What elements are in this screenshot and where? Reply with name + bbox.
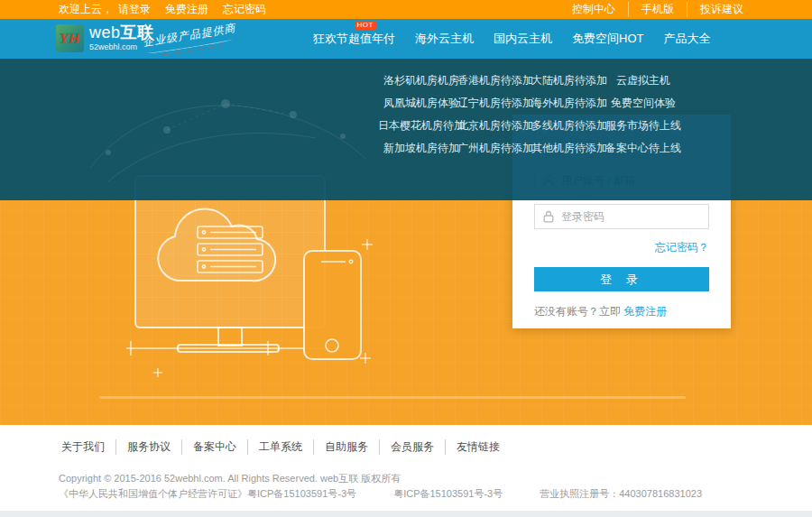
- forgot-password-link[interactable]: 忘记密码: [223, 2, 266, 17]
- nav-menu: HOT 狂欢节超值年付 海外云主机 国内云主机 免费空间HOT 产品大全: [303, 19, 720, 59]
- dropdown-column-la: 洛杉矶机房机房 凤凰城机房体验 日本樱花机房待加 新加坡机房待加: [384, 69, 458, 160]
- icp-license-2: 粤ICP备15103591号-3号: [393, 488, 503, 499]
- network-plexus-decoration: [81, 82, 370, 186]
- nav-item-label: 免费空间HOT: [572, 31, 643, 47]
- register-row: 还没有账号？立即 免费注册: [534, 304, 709, 319]
- dropdown-link[interactable]: 海外机房待添加: [531, 92, 607, 115]
- mega-dropdown: 洛杉矶机房机房 凤凰城机房体验 日本樱花机房待加 新加坡机房待加 香港机房待添加…: [0, 59, 812, 200]
- nav-item-label: 狂欢节超值年付: [313, 31, 395, 47]
- dropdown-link[interactable]: 备案中心待上线: [605, 137, 681, 160]
- login-button[interactable]: 登 录: [534, 267, 709, 291]
- nav-item-overseas-cloud[interactable]: 海外云主机: [405, 19, 484, 59]
- slogan-stamp: 企业级产品提供商: [142, 21, 236, 51]
- login-link[interactable]: 请登录: [118, 2, 151, 17]
- footer-links: 关于我们 服务协议 备案中心 工单系统 自助服务 会员服务 友情链接: [61, 439, 511, 455]
- free-register-link[interactable]: 免费注册: [623, 305, 667, 318]
- hot-badge: HOT: [355, 21, 376, 30]
- business-license: 营业执照注册号：440307816831023: [540, 488, 702, 499]
- dropdown-link[interactable]: 日本樱花机房待加: [378, 115, 465, 137]
- topbar-right: 控制中心 手机版 投诉建议: [559, 0, 756, 19]
- dropdown-link[interactable]: 洛杉矶机房机房: [383, 69, 459, 92]
- dropdown-link[interactable]: 服务市场待上线: [605, 115, 681, 137]
- nav-item-label: 海外云主机: [415, 31, 474, 47]
- password-field-wrap: [534, 204, 709, 229]
- main-navbar: YH web互联 52webhl.com 企业级产品提供商 HOT 狂欢节超值年…: [0, 19, 812, 59]
- lock-icon: [542, 210, 555, 223]
- cloud-server-illustration: [122, 174, 392, 400]
- brand-prefix: web: [89, 23, 121, 42]
- dropdown-link[interactable]: 凤凰城机房体验: [383, 92, 459, 115]
- hero-banner: 忘记密码？ 登 录 还没有账号？立即 免费注册: [0, 59, 812, 425]
- dropdown-column-hk: 香港机房待添加 辽宁机房待添加 北京机房待添加 广州机房待添加: [458, 69, 532, 160]
- footer-link-member[interactable]: 会员服务: [379, 439, 445, 455]
- footer-link-selfservice[interactable]: 自助服务: [313, 439, 379, 455]
- dropdown-link[interactable]: 广州机房待添加: [457, 137, 533, 160]
- welcome-text: 欢迎上云，: [59, 2, 113, 17]
- dropdown-link[interactable]: 辽宁机房待添加: [457, 92, 533, 115]
- dropdown-link[interactable]: 多线机房待添加: [531, 115, 607, 137]
- register-hint: 还没有账号？立即: [534, 305, 623, 318]
- footer-link-about[interactable]: 关于我们: [61, 439, 115, 455]
- nav-item-label: 产品大全: [663, 31, 710, 47]
- logo[interactable]: YH web互联 52webhl.com: [56, 24, 154, 52]
- nav-item-all-products[interactable]: 产品大全: [653, 19, 720, 59]
- footer: 关于我们 服务协议 备案中心 工单系统 自助服务 会员服务 友情链接 Copyr…: [0, 425, 812, 517]
- forgot-password-link-panel[interactable]: 忘记密码？: [655, 241, 709, 254]
- feedback-link[interactable]: 投诉建议: [687, 2, 756, 17]
- nav-item-carnival[interactable]: HOT 狂欢节超值年付: [303, 19, 405, 59]
- page: 欢迎上云， 请登录 免费注册 忘记密码 控制中心 手机版 投诉建议 YH web…: [0, 0, 812, 517]
- logo-icon: YH: [56, 24, 84, 52]
- dropdown-link[interactable]: 大陆机房待添加: [531, 69, 607, 92]
- bottom-strip: [0, 511, 812, 517]
- slider-progress-line: [99, 396, 686, 399]
- dropdown-columns: 洛杉矶机房机房 凤凰城机房体验 日本樱花机房待加 新加坡机房待加 香港机房待添加…: [384, 69, 680, 160]
- dropdown-link[interactable]: 其他机房待添加: [531, 137, 607, 160]
- topbar: 欢迎上云， 请登录 免费注册 忘记密码 控制中心 手机版 投诉建议: [0, 0, 812, 19]
- footer-link-friends[interactable]: 友情链接: [445, 439, 511, 455]
- dropdown-column-mainland: 大陆机房待添加 海外机房待添加 多线机房待添加 其他机房待添加: [532, 69, 606, 160]
- password-input[interactable]: [561, 210, 701, 223]
- icp-license-1: 《中华人民共和国增值个体户经营许可证》粤ICP备15103591号-3号: [59, 488, 356, 499]
- nav-item-free-space[interactable]: 免费空间HOT: [562, 19, 653, 59]
- register-link[interactable]: 免费注册: [165, 2, 208, 17]
- footer-link-terms[interactable]: 服务协议: [115, 439, 181, 455]
- dropdown-column-vhost: 云虚拟主机 免费空间体验 服务市场待上线 备案中心待上线: [606, 69, 680, 160]
- mobile-version-link[interactable]: 手机版: [628, 2, 687, 17]
- dropdown-link[interactable]: 新加坡机房待加: [383, 137, 459, 160]
- footer-link-tickets[interactable]: 工单系统: [247, 439, 313, 455]
- dropdown-link[interactable]: 免费空间体验: [611, 92, 676, 115]
- topbar-left: 欢迎上云， 请登录 免费注册 忘记密码: [59, 0, 281, 19]
- nav-item-label: 国内云主机: [494, 31, 552, 47]
- forgot-row: 忘记密码？: [534, 238, 709, 255]
- icp-row: 《中华人民共和国增值个体户经营许可证》粤ICP备15103591号-3号 粤IC…: [59, 487, 736, 501]
- dropdown-link[interactable]: 云虚拟主机: [616, 69, 670, 92]
- dropdown-link[interactable]: 香港机房待添加: [457, 69, 533, 92]
- copyright-text: Copyright © 2015-2016 52webhl.com. All R…: [59, 472, 401, 485]
- footer-link-icp-center[interactable]: 备案中心: [181, 439, 247, 455]
- control-center-link[interactable]: 控制中心: [559, 2, 628, 17]
- nav-item-domestic-cloud[interactable]: 国内云主机: [484, 19, 562, 59]
- dropdown-link[interactable]: 北京机房待添加: [457, 115, 533, 137]
